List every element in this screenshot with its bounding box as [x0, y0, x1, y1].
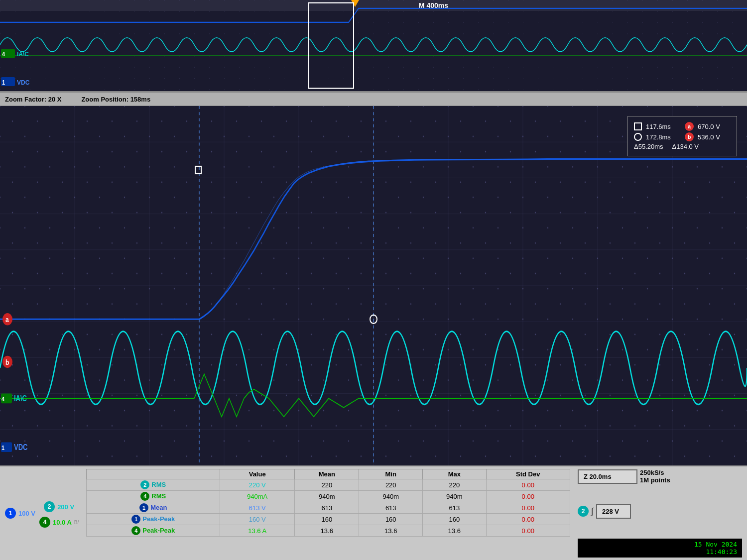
- row-value: 220 V: [220, 479, 295, 491]
- row-stddev: 0.00: [486, 491, 570, 502]
- svg-rect-1: [0, 0, 747, 91]
- overview-area: M 400ms 4 IA\C: [0, 0, 747, 92]
- row-min: 940m: [359, 491, 423, 502]
- cursor-a-value: 670.0 V: [698, 123, 728, 130]
- wave-icon: ∫: [591, 506, 594, 517]
- sample-rate: 250kS/s: [640, 469, 670, 476]
- row-ch-badge: 4: [131, 526, 140, 535]
- svg-text:1: 1: [2, 79, 5, 86]
- measurement-box: 117.6ms a 670.0 V 172.8ms b 536.0 V Δ55.…: [627, 116, 737, 156]
- oscilloscope-display: M 400ms 4 IA\C: [0, 0, 747, 560]
- ch2-badge: 2: [44, 501, 55, 512]
- stat-row: 1Mean613 V6136136130.00: [87, 502, 570, 514]
- wave-button-row: 2 ∫ 228 V: [578, 504, 742, 519]
- svg-text:4: 4: [1, 395, 4, 403]
- row-min: 220: [359, 479, 423, 491]
- delta-value: Δ134.0 V: [672, 143, 699, 150]
- stats-table-area: Value Mean Min Max Std Dev 2RMS220 V2202…: [84, 466, 573, 560]
- ch4-badge: 4: [39, 517, 50, 528]
- cursor-b-row: 172.8ms b 536.0 V: [634, 132, 731, 141]
- svg-text:VDC: VDC: [14, 443, 28, 452]
- svg-text:4: 4: [2, 51, 5, 58]
- sample-info: 250kS/s 1M points: [640, 469, 670, 484]
- col-header-name: [87, 469, 220, 479]
- row-label: RMS: [151, 481, 166, 488]
- z-button[interactable]: Z 20.0ms: [578, 469, 637, 484]
- ch4-indicator: 4 10.0 A B/: [39, 517, 79, 528]
- points: 1M points: [640, 476, 670, 484]
- ch4-value: 10.0 A: [53, 519, 72, 526]
- col-header-mean: Mean: [295, 469, 359, 479]
- main-waveform-svg: 4 IA\C 1 VDC a b: [0, 106, 747, 465]
- datetime-display: 15 Nov 2024 11:40:23: [578, 539, 742, 558]
- overview-svg: 4 IA\C 1 VDC: [0, 0, 747, 91]
- col-header-max: Max: [423, 469, 487, 479]
- row-mean: 220: [295, 479, 359, 491]
- row-mean: 613: [295, 502, 359, 514]
- svg-text:IA\C: IA\C: [14, 394, 27, 403]
- row-stddev: 0.00: [486, 514, 570, 525]
- bottom-section: 1 100 V 2 200 V 4 10.0 A B/: [0, 465, 747, 560]
- row-label: Mean: [150, 504, 167, 511]
- stats-header-row: Value Mean Min Max Std Dev: [87, 469, 570, 479]
- ch4-unit-indicator: B/: [74, 520, 79, 525]
- row-max: 160: [423, 514, 487, 525]
- stat-row: 1Peak-Peak160 V1601601600.00: [87, 514, 570, 525]
- delta-time: Δ55.20ms: [634, 143, 663, 150]
- col-header-min: Min: [359, 469, 423, 479]
- row-min: 160: [359, 514, 423, 525]
- right-panel: Z 20.0ms 250kS/s 1M points 2 ∫ 228 V 15 …: [573, 466, 747, 560]
- row-mean: 160: [295, 514, 359, 525]
- svg-text:IA\C: IA\C: [17, 50, 29, 58]
- zoom-position-label: Zoom Position: 158ms: [81, 96, 150, 103]
- row-min: 13.6: [359, 525, 423, 537]
- ch2-value: 200 V: [57, 503, 74, 511]
- row-max: 13.6: [423, 525, 487, 537]
- channel-indicators: 1 100 V 2 200 V 4 10.0 A B/: [0, 466, 84, 560]
- svg-text:1: 1: [1, 444, 4, 451]
- time-display: 11:40:23: [583, 548, 737, 556]
- delta-row: Δ55.20ms Δ134.0 V: [634, 143, 731, 150]
- zoom-info-bar: Zoom Factor: 20 X Zoom Position: 158ms: [0, 92, 747, 106]
- col-header-stddev: Std Dev: [486, 469, 570, 479]
- row-ch-badge: 1: [139, 503, 148, 512]
- ch2-wave-badge: 2: [578, 506, 589, 517]
- circle-marker-icon: [634, 133, 642, 141]
- voltage-button[interactable]: 228 V: [596, 504, 631, 519]
- stats-table: Value Mean Min Max Std Dev 2RMS220 V2202…: [86, 469, 570, 537]
- main-waveform-area: 4 IA\C 1 VDC a b 117.6ms a 670.0 V 172.8…: [0, 106, 747, 465]
- svg-text:b: b: [5, 358, 9, 366]
- row-mean: 13.6: [295, 525, 359, 537]
- col-header-value: Value: [220, 469, 295, 479]
- svg-text:VDC: VDC: [17, 78, 29, 86]
- row-label: Peak-Peak: [142, 515, 175, 523]
- cursor-a-label: a: [685, 122, 694, 131]
- row-max: 220: [423, 479, 487, 491]
- row-ch-badge: 1: [131, 515, 140, 524]
- square-marker-icon: [634, 122, 642, 130]
- row-stddev: 0.00: [486, 525, 570, 537]
- ch1-badge: 1: [5, 508, 16, 519]
- svg-text:a: a: [5, 316, 9, 324]
- stat-row: 2RMS220 V2202202200.00: [87, 479, 570, 491]
- row-label: Peak-Peak: [142, 527, 175, 534]
- row-value: 613 V: [220, 502, 295, 514]
- stat-row: 4RMS940mA940m940m940m0.00: [87, 491, 570, 502]
- cursor-a-row: 117.6ms a 670.0 V: [634, 122, 731, 131]
- row-max: 940m: [423, 491, 487, 502]
- date-display: 15 Nov 2024: [583, 541, 737, 548]
- ch2-indicator: 2 200 V: [44, 501, 74, 512]
- row-min: 613: [359, 502, 423, 514]
- zoom-factor-label: Zoom Factor: 20 X: [5, 96, 61, 103]
- row-value: 940mA: [220, 491, 295, 502]
- cursor-b-time: 172.8ms: [646, 133, 681, 141]
- cursor-a-time: 117.6ms: [646, 123, 681, 130]
- row-value: 160 V: [220, 514, 295, 525]
- row-ch-badge: 2: [140, 480, 149, 489]
- row-stddev: 0.00: [486, 479, 570, 491]
- cursor-b-value: 536.0 V: [698, 133, 728, 141]
- ch1-indicator: 1 100 V: [5, 508, 35, 519]
- row-mean: 940m: [295, 491, 359, 502]
- cursor-b-label: b: [685, 132, 694, 141]
- row-ch-badge: 4: [140, 492, 149, 501]
